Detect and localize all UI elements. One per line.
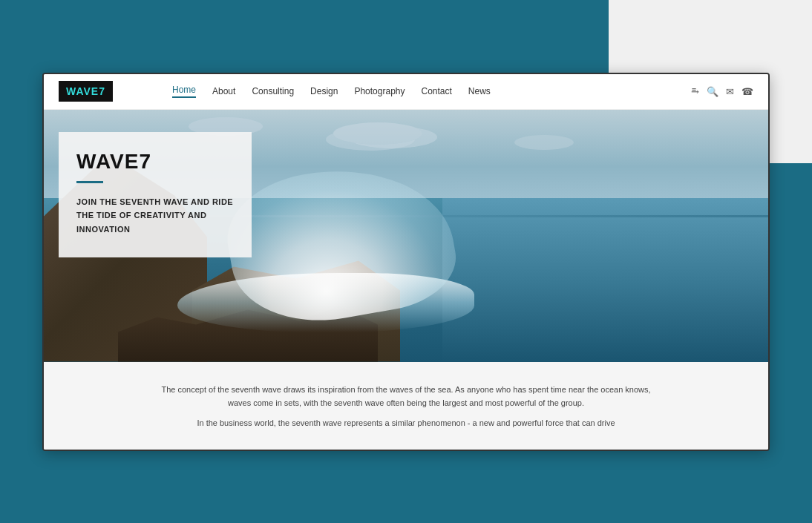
nav-icon-group: ⥱ 🔍 ✉ ☎: [691, 86, 753, 97]
content-section: The concept of the seventh wave draws it…: [44, 362, 768, 451]
cloud-1: [333, 122, 422, 145]
logo[interactable]: WAVE7: [59, 81, 113, 102]
ocean-right-layer: [442, 198, 768, 362]
browser-frame: WAVE7 Home About Consulting Design Photo…: [42, 73, 770, 451]
nav-news[interactable]: News: [468, 86, 491, 96]
content-paragraph-1: The concept of the seventh wave draws it…: [154, 383, 658, 410]
nav-about[interactable]: About: [212, 86, 235, 96]
phone-icon[interactable]: ☎: [741, 86, 753, 97]
content-body: The concept of the seventh wave draws it…: [154, 383, 658, 430]
nav-design[interactable]: Design: [310, 86, 338, 96]
navbar: WAVE7 Home About Consulting Design Photo…: [44, 74, 768, 110]
hero-title: WAVE7: [76, 150, 234, 174]
share-icon[interactable]: ⥱: [691, 86, 699, 97]
hero-text-box: WAVE7 JOIN THE SEVENTH WAVE AND RIDE THE…: [59, 132, 252, 257]
nav-home[interactable]: Home: [172, 85, 196, 98]
logo-text: WAVE: [66, 85, 99, 97]
search-icon[interactable]: 🔍: [707, 86, 718, 97]
email-icon[interactable]: ✉: [726, 86, 734, 97]
hero-section: WAVE7 JOIN THE SEVENTH WAVE AND RIDE THE…: [44, 110, 768, 362]
nav-contact[interactable]: Contact: [422, 86, 452, 96]
nav-links: Home About Consulting Design Photography…: [172, 85, 691, 98]
content-paragraph-2: In the business world, the seventh wave …: [154, 416, 658, 430]
nav-consulting[interactable]: Consulting: [252, 86, 294, 96]
cloud-2: [514, 135, 574, 150]
hero-subtitle: JOIN THE SEVENTH WAVE AND RIDE THE TIDE …: [76, 195, 234, 237]
nav-photography[interactable]: Photography: [354, 86, 405, 96]
hero-underline: [76, 181, 103, 183]
logo-number: 7: [99, 85, 105, 97]
